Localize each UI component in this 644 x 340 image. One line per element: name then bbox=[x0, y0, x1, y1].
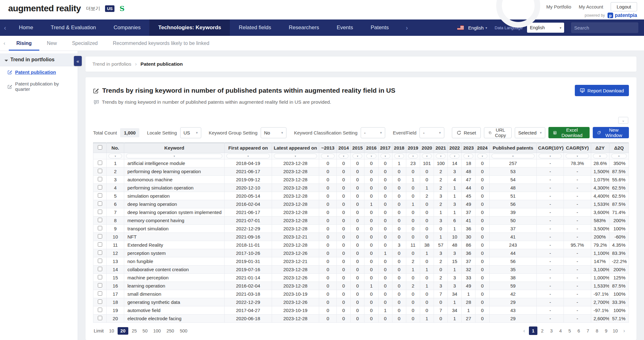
keyword-group-select[interactable]: No bbox=[261, 127, 286, 138]
row-checkbox[interactable] bbox=[98, 234, 102, 239]
more-link[interactable]: 더보기 bbox=[86, 6, 100, 12]
column-filter[interactable] bbox=[450, 154, 459, 158]
page-button[interactable]: 7 bbox=[584, 326, 592, 335]
excel-download-button[interactable]: Excel Download bbox=[548, 127, 590, 138]
locale-setting-select[interactable]: US bbox=[180, 127, 201, 138]
patentpia-logo[interactable]: p patentpia bbox=[608, 13, 637, 18]
column-header[interactable]: 2014 bbox=[337, 143, 351, 153]
keyword-link[interactable]: collaborative content creation bbox=[124, 266, 225, 274]
keyword-link[interactable]: generating synthetic data bbox=[124, 298, 225, 306]
column-filter[interactable] bbox=[539, 154, 562, 158]
reset-button[interactable]: Reset bbox=[452, 127, 481, 138]
page-button[interactable]: 4 bbox=[556, 326, 565, 335]
row-checkbox[interactable] bbox=[98, 201, 102, 206]
keyword-link[interactable]: transport simulation bbox=[124, 225, 225, 233]
keyword-classification-select[interactable]: - bbox=[361, 127, 385, 138]
keyword-link[interactable]: Extended Reality bbox=[124, 241, 225, 249]
event-field-select[interactable]: - bbox=[419, 127, 444, 138]
column-header[interactable]: Latest appeared on bbox=[272, 143, 319, 153]
nav-item[interactable]: Researchers bbox=[280, 19, 328, 36]
subtab-scroll-left-icon[interactable]: ‹ bbox=[0, 36, 9, 51]
selected-dropdown[interactable]: Selected bbox=[515, 127, 545, 138]
column-header[interactable]: 2017 bbox=[378, 143, 392, 153]
column-filter[interactable] bbox=[108, 154, 122, 158]
subtab[interactable]: Specialized bbox=[64, 36, 105, 51]
keyword-link[interactable]: deep learning operation system implement… bbox=[124, 208, 225, 217]
keyword-link[interactable]: simulation operation bbox=[124, 192, 225, 200]
column-header[interactable]: 2022 bbox=[448, 143, 462, 153]
panel-collapse-button[interactable]: ⌄ bbox=[618, 117, 628, 124]
nav-item[interactable]: Events bbox=[328, 19, 362, 36]
row-checkbox[interactable] bbox=[98, 226, 102, 230]
column-filter[interactable] bbox=[566, 154, 589, 158]
search-box[interactable] bbox=[571, 22, 638, 33]
limit-option[interactable]: 250 bbox=[164, 327, 176, 335]
new-window-button[interactable]: New Window bbox=[593, 127, 629, 138]
page-button[interactable]: 1 bbox=[529, 326, 537, 335]
limit-option[interactable]: 10 bbox=[107, 327, 116, 335]
sidebar-collapse-button[interactable]: « bbox=[74, 56, 82, 66]
page-button[interactable]: 10 bbox=[611, 326, 619, 335]
column-filter[interactable] bbox=[593, 154, 607, 158]
column-header[interactable]: First appeared on bbox=[225, 143, 272, 153]
row-checkbox[interactable] bbox=[98, 185, 102, 189]
nav-item[interactable]: Home bbox=[10, 19, 42, 36]
row-checkbox[interactable] bbox=[98, 169, 102, 173]
keyword-link[interactable]: machine perception bbox=[124, 274, 225, 282]
column-filter[interactable] bbox=[226, 154, 269, 158]
sidebar-item[interactable]: Patent publication by quarter bbox=[0, 78, 78, 95]
column-filter[interactable] bbox=[274, 154, 317, 158]
nav-item[interactable]: Patents bbox=[362, 19, 398, 36]
limit-option[interactable]: 20 bbox=[118, 327, 128, 335]
page-button[interactable]: 9 bbox=[602, 326, 610, 335]
keyword-link[interactable]: electrode electrode facing bbox=[124, 315, 225, 323]
column-header[interactable]: 2018 bbox=[392, 143, 406, 153]
keyword-link[interactable]: automotive field bbox=[124, 306, 225, 315]
column-filter[interactable] bbox=[394, 154, 404, 158]
row-checkbox[interactable] bbox=[98, 275, 102, 279]
limit-option[interactable]: 25 bbox=[130, 327, 139, 335]
sidebar-group-header[interactable]: Trend in portfolios bbox=[0, 53, 78, 66]
data-language-select[interactable]: English ▾ bbox=[527, 23, 564, 33]
column-header[interactable]: 2015 bbox=[351, 143, 364, 153]
keyword-link[interactable]: artificial intelligence module bbox=[124, 159, 225, 167]
site-language-select[interactable]: English ▾ bbox=[468, 25, 487, 30]
page-button[interactable]: 3 bbox=[547, 326, 556, 335]
url-copy-button[interactable]: URL Copy bbox=[484, 127, 512, 138]
column-header[interactable]: Δ2Q bbox=[609, 143, 629, 153]
row-checkbox[interactable] bbox=[98, 210, 102, 214]
limit-option[interactable]: 100 bbox=[151, 327, 163, 335]
column-header[interactable]: Keyword bbox=[124, 143, 225, 153]
row-checkbox[interactable] bbox=[98, 316, 102, 320]
keyword-link[interactable]: learning operation bbox=[124, 282, 225, 290]
row-checkbox[interactable] bbox=[98, 308, 102, 312]
column-filter[interactable] bbox=[366, 154, 376, 158]
page-button[interactable]: 2 bbox=[538, 326, 547, 335]
subtab[interactable]: Rising bbox=[9, 36, 39, 51]
row-checkbox[interactable] bbox=[98, 242, 102, 247]
column-header[interactable]: No. bbox=[107, 143, 124, 153]
breadcrumb-parent[interactable]: Trend in portfolios bbox=[92, 61, 131, 67]
nav-scroll-right-icon[interactable]: › bbox=[402, 24, 412, 31]
column-header[interactable]: 2023 bbox=[462, 143, 475, 153]
column-filter[interactable] bbox=[380, 154, 390, 158]
column-header[interactable]: Δ2Y bbox=[591, 143, 609, 153]
column-filter[interactable] bbox=[477, 154, 487, 158]
column-filter[interactable] bbox=[126, 154, 222, 158]
nav-item[interactable]: Trend & Evaluation bbox=[42, 19, 105, 36]
column-header[interactable]: 2024 bbox=[475, 143, 489, 153]
subtab[interactable]: Recommended keywords likely to be linked bbox=[105, 36, 217, 51]
nav-item[interactable]: Companies bbox=[105, 19, 149, 36]
column-filter[interactable] bbox=[464, 154, 473, 158]
column-filter[interactable] bbox=[339, 154, 348, 158]
keyword-link[interactable]: deep learning operation bbox=[124, 200, 225, 208]
column-filter[interactable] bbox=[321, 154, 335, 158]
limit-option[interactable]: 500 bbox=[178, 327, 190, 335]
column-filter[interactable] bbox=[353, 154, 362, 158]
row-checkbox[interactable] bbox=[98, 193, 102, 198]
column-header[interactable]: 2016 bbox=[364, 143, 378, 153]
column-header[interactable]: 2021 bbox=[434, 143, 448, 153]
keyword-link[interactable]: small dimension bbox=[124, 290, 225, 298]
column-filter[interactable] bbox=[611, 154, 627, 158]
column-header[interactable]: 2020 bbox=[420, 143, 434, 153]
